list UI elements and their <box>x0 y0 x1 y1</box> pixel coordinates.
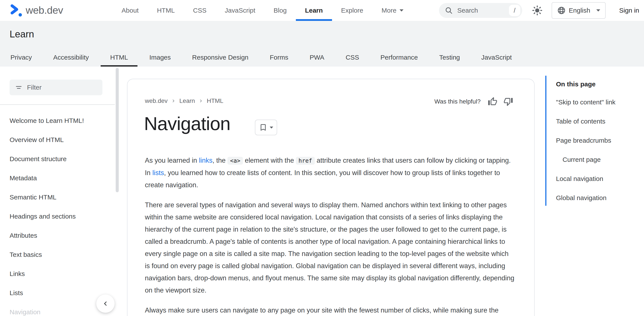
tab-performance[interactable]: Performance <box>371 48 428 67</box>
paragraph-intro: As you learned in links, the <a> element… <box>145 155 514 191</box>
search-input[interactable]: Search / <box>439 3 522 18</box>
breadcrumb-webdev[interactable]: web.dev <box>145 97 168 104</box>
breadcrumb-html[interactable]: HTML <box>207 97 223 104</box>
sidebar-item-headings-sections[interactable]: Headings and sections <box>10 207 106 226</box>
on-this-page: On this page "Skip to content" link Tabl… <box>556 76 644 207</box>
feedback-label: Was this helpful? <box>434 98 480 105</box>
thumbs-down-icon <box>504 97 513 106</box>
sidebar-item-text-basics[interactable]: Text basics <box>10 245 106 264</box>
nav-item-javascript[interactable]: JavaScript <box>225 0 255 21</box>
toc-list: "Skip to content" link Table of contents… <box>556 93 644 207</box>
language-label: English <box>569 7 590 14</box>
paragraph-types: There are several types of navigation an… <box>145 199 514 297</box>
toc-item-global-navigation[interactable]: Global navigation <box>556 188 644 207</box>
bookmark-button[interactable] <box>255 120 277 135</box>
logo-wordmark: web.dev <box>26 4 63 16</box>
webdev-logo-icon <box>8 3 22 17</box>
tab-forms[interactable]: Forms <box>260 48 298 67</box>
nav-item-more[interactable]: More <box>382 0 403 21</box>
inline-link[interactable]: lists <box>152 169 164 176</box>
feedback-widget: Was this helpful? <box>434 97 513 107</box>
nav-more-label: More <box>382 7 396 14</box>
chevron-right-icon <box>198 98 204 104</box>
sidebar-item-links[interactable]: Links <box>10 264 106 283</box>
nav-item-learn[interactable]: Learn <box>305 0 323 21</box>
sidebar-item-semantic-html[interactable]: Semantic HTML <box>10 188 106 207</box>
tab-javascript[interactable]: JavaScript <box>472 48 521 67</box>
inline-link[interactable]: links <box>199 157 212 164</box>
article-card: web.dev Learn HTML Was this helpful? Nav… <box>127 79 535 316</box>
sidebar-item-document-structure[interactable]: Document structure <box>10 150 106 168</box>
theme-toggle-button[interactable] <box>531 4 543 16</box>
code-span: <a> <box>228 157 243 165</box>
breadcrumb-learn[interactable]: Learn <box>179 97 195 104</box>
nav-item-about[interactable]: About <box>122 0 138 21</box>
webdev-logo[interactable]: web.dev <box>8 3 63 17</box>
chevron-down-icon <box>596 9 600 11</box>
chevron-down-icon <box>400 9 404 11</box>
chevron-down-icon <box>270 127 273 129</box>
breadcrumb: web.dev Learn HTML <box>145 97 223 104</box>
toc-item-page-breadcrumbs[interactable]: Page breadcrumbs <box>556 131 644 150</box>
tab-pwa[interactable]: PWA <box>300 48 334 67</box>
chevron-left-icon <box>101 299 110 308</box>
search-icon <box>445 6 453 14</box>
bookmark-icon <box>259 123 268 132</box>
tab-testing[interactable]: Testing <box>430 48 470 67</box>
course-tabs: Privacy Accessibility HTML Images Respon… <box>1 48 521 67</box>
nav-item-explore[interactable]: Explore <box>341 0 364 21</box>
thumbs-down-button[interactable] <box>503 97 513 107</box>
sidebar-nav: Welcome to Learn HTML! Overview of HTML … <box>10 111 106 316</box>
sidebar-item-lists[interactable]: Lists <box>10 283 106 303</box>
top-header: web.dev About HTML CSS JavaScript Blog L… <box>0 0 644 21</box>
nav-item-html[interactable]: HTML <box>157 0 175 21</box>
tab-accessibility[interactable]: Accessibility <box>44 48 98 67</box>
sidebar-scrollbar[interactable] <box>116 68 119 192</box>
sidebar-item-metadata[interactable]: Metadata <box>10 168 106 188</box>
page-title: Learn <box>10 29 34 40</box>
toc-accent-bar <box>545 76 546 206</box>
toc-heading: On this page <box>556 76 644 93</box>
sidebar-collapse-button[interactable] <box>96 295 114 313</box>
sign-in-link[interactable]: Sign in <box>619 0 639 21</box>
article-title: Navigation <box>144 113 230 134</box>
tab-images[interactable]: Images <box>140 48 180 67</box>
sidebar-item-welcome[interactable]: Welcome to Learn HTML! <box>10 111 106 130</box>
chevron-right-icon <box>170 98 176 104</box>
tab-html[interactable]: HTML <box>101 48 138 67</box>
sidebar-item-navigation[interactable]: Navigation <box>10 303 106 316</box>
tab-responsive-design[interactable]: Responsive Design <box>182 48 258 67</box>
toc-item-table-of-contents[interactable]: Table of contents <box>556 112 644 131</box>
sidebar-item-attributes[interactable]: Attributes <box>10 226 106 245</box>
search-shortcut-key: / <box>509 5 520 16</box>
paragraph-clicks: Always make sure users can navigate to a… <box>145 304 514 316</box>
filter-placeholder: Filter <box>27 84 42 91</box>
code-span: href <box>296 157 315 165</box>
thumbs-up-icon <box>488 97 498 106</box>
sun-icon <box>532 5 543 16</box>
learn-band: Learn Privacy Accessibility HTML Images … <box>0 21 644 67</box>
nav-item-css[interactable]: CSS <box>193 0 206 21</box>
tab-css[interactable]: CSS <box>336 48 369 67</box>
language-selector[interactable]: English <box>552 2 606 19</box>
toc-item-current-page[interactable]: Current page <box>556 150 644 169</box>
tab-privacy[interactable]: Privacy <box>1 48 42 67</box>
main-nav: About HTML CSS JavaScript Blog Learn Exp… <box>122 0 404 21</box>
thumbs-up-button[interactable] <box>488 97 498 107</box>
filter-icon <box>15 84 23 91</box>
toc-item-skip-to-content[interactable]: "Skip to content" link <box>556 93 644 112</box>
toc-item-local-navigation[interactable]: Local navigation <box>556 169 644 188</box>
nav-item-blog[interactable]: Blog <box>274 0 287 21</box>
filter-input[interactable]: Filter <box>10 80 102 95</box>
search-placeholder: Search <box>457 7 478 14</box>
sidebar-item-overview[interactable]: Overview of HTML <box>10 130 106 150</box>
sidebar-divider <box>0 104 115 105</box>
globe-icon <box>557 6 566 15</box>
article-body: As you learned in links, the <a> element… <box>145 155 514 316</box>
